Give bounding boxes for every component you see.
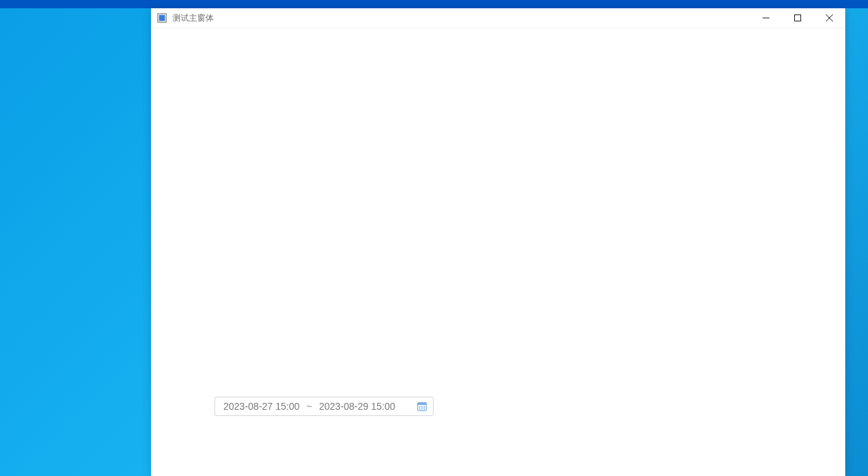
app-icon xyxy=(157,12,168,23)
svg-rect-7 xyxy=(418,403,427,406)
svg-point-11 xyxy=(419,408,421,410)
svg-point-9 xyxy=(421,406,423,408)
titlebar[interactable]: 测试主窗体 xyxy=(151,8,845,28)
date-range-start: 2023-08-27 15:00 xyxy=(223,401,300,412)
window-content: 2023-08-27 15:00 ~ 2023-08-29 15:00 xyxy=(151,28,845,476)
date-range-separator: ~ xyxy=(307,401,312,412)
svg-rect-1 xyxy=(159,15,165,21)
date-range-end: 2023-08-29 15:00 xyxy=(319,401,396,412)
svg-point-13 xyxy=(424,408,425,410)
desktop-top-bar xyxy=(0,0,868,8)
svg-point-10 xyxy=(424,406,425,408)
app-window: 测试主窗体 2023-08-27 15:00 ~ 2023-08-29 15:0… xyxy=(151,8,845,476)
maximize-button[interactable] xyxy=(782,8,814,28)
close-button[interactable] xyxy=(814,8,845,28)
window-title: 测试主窗体 xyxy=(172,12,214,24)
svg-point-12 xyxy=(421,408,423,410)
calendar-icon[interactable] xyxy=(416,401,427,412)
minimize-button[interactable] xyxy=(750,8,782,28)
svg-point-8 xyxy=(419,406,421,408)
svg-rect-3 xyxy=(795,15,801,21)
date-range-picker[interactable]: 2023-08-27 15:00 ~ 2023-08-29 15:00 xyxy=(214,397,434,416)
window-controls xyxy=(750,8,845,28)
